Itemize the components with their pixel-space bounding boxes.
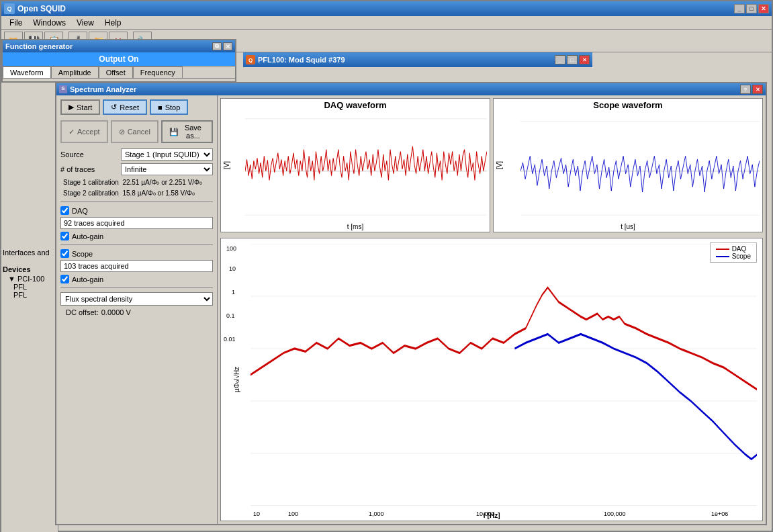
reset-button[interactable]: ↺ Reset [103,99,147,115]
func-gen-controls: ⧉ ✕ [212,42,232,50]
scope-label: Scope [72,250,93,258]
tab-waveform[interactable]: Waveform [3,66,51,78]
app-icon: Q [4,3,15,14]
scope-xlabel: t [us] [494,223,762,230]
func-gen-restore[interactable]: ⧉ [212,42,222,50]
scope-waveform-svg: 0.02 0.01 0 -0.01 -0.02 -0.04 0 0.2 0.4 [520,114,760,218]
scope-waveform-chart: Scope waveform [V] t [us] 0.02 0.01 0 -0… [493,98,763,232]
y-label-001: 0.01 [224,336,236,343]
x-label-10k: 10,000 [476,511,495,517]
spectral-type-select[interactable]: Flux spectral density [60,292,213,306]
save-as-button[interactable]: 💾 Save as... [161,120,213,143]
scope-trace-count: 103 traces acquired [60,260,213,272]
start-stop-row: ▶ Start ↺ Reset ■ Stop [60,99,213,115]
spectrum-title-icon: S [59,85,67,93]
stop-button[interactable]: ■ Stop [150,99,188,115]
scope-checkbox-row: Scope [60,249,213,258]
func-gen-title-text: Function generator [5,42,73,50]
tab-frequency[interactable]: Frequency [133,66,183,78]
func-gen-close[interactable]: ✕ [223,42,232,50]
spectrum-right-panel: DAQ waveform [V] t [ms] 0.008 0.006 0.00… [218,95,766,524]
x-label-1k: 1,000 [369,511,384,517]
daq-trace-count: 92 traces acquired [60,217,213,229]
maximize-button[interactable]: □ [746,4,757,13]
scope-chart-title: Scope waveform [494,99,762,112]
dc-offset-row: DC offset: 0.0000 V [60,308,213,316]
func-gen-titlebar: Function generator ⧉ ✕ [3,40,235,52]
main-window: Q Open SQUID _ □ ✕ File Windows View Hel… [0,0,773,532]
source-row: Source Stage 1 (Input SQUID) [60,148,213,161]
spectral-ylabel: µΦ₀/√Hz [233,367,240,392]
stage2-calib: Stage 2 calibration 15.8 µA/Φ₀ or 1.58 V… [60,189,213,197]
accept-icon: ✓ [69,128,75,136]
title-bar: Q Open SQUID _ □ ✕ [1,1,772,16]
menu-file[interactable]: File [4,17,28,29]
dc-offset-label: DC offset: [66,308,99,316]
source-select[interactable]: Stage 1 (Input SQUID) [121,148,213,161]
pfl-minimize[interactable]: _ [555,55,565,64]
y-label-10: 10 [229,265,236,272]
minimize-button[interactable]: _ [734,4,745,13]
x-label-100: 100 [288,511,298,517]
pfl-controls: _ □ ✕ [555,55,590,64]
devices-label: Devices [3,265,56,273]
traces-select[interactable]: Infinite [121,163,213,175]
pfl-title: PFL100: Mod Squid #379 [258,56,345,64]
spectrum-close[interactable]: ✕ [752,85,763,94]
func-gen-tabs: Waveform Amplitude Offset Frequency [3,66,235,79]
reset-icon: ↺ [111,103,117,112]
daq-autogain-checkbox[interactable] [60,232,69,240]
device-pfl2[interactable]: PFL [3,291,56,299]
daq-checkbox[interactable] [60,206,69,215]
device-pci[interactable]: ▼ PCI-100 [3,275,56,283]
devices-section: Devices ▼ PCI-100 PFL PFL [1,264,57,300]
start-icon: ▶ [69,103,74,112]
traces-label: # of traces [60,165,121,173]
scope-autogain-checkbox[interactable] [60,275,69,283]
accept-button[interactable]: ✓ Accept [60,120,108,143]
cancel-icon: ⊘ [119,128,125,136]
interfaces-label: Interfaces and [1,247,51,258]
pfl-window-titlebar: Q PFL100: Mod Squid #379 _ □ ✕ [243,52,592,67]
daq-xlabel: t [ms] [221,223,490,230]
start-button[interactable]: ▶ Start [60,99,100,115]
daq-waveform-chart: DAQ waveform [V] t [ms] 0.008 0.006 0.00… [220,98,490,232]
menu-view[interactable]: View [71,17,99,29]
x-label-10: 10 [253,511,260,517]
title-bar-controls: _ □ ✕ [734,4,769,13]
close-button[interactable]: ✕ [758,4,769,13]
daq-label: DAQ [72,207,88,215]
scope-checkbox[interactable] [60,249,69,258]
stage1-calib: Stage 1 calibration 22.51 µA/Φ₀ or 2.251… [60,178,213,187]
spectral-chart: µΦ₀/√Hz f [Hz] DAQ Scope [220,238,763,521]
scope-autogain-row: Auto-gain [60,275,213,283]
daq-checkbox-row: DAQ [60,206,213,215]
menu-help[interactable]: Help [99,17,127,29]
waveform-row: DAQ waveform [V] t [ms] 0.008 0.006 0.00… [220,98,763,232]
function-generator-window: Function generator ⧉ ✕ Output On Wavefor… [1,39,236,83]
sidebar: Interfaces and Devices ▼ PCI-100 PFL PFL [1,39,58,532]
scope-ylabel: [V] [496,161,503,169]
daq-waveform-svg: 0.008 0.006 0.002 0 -0.002 -0.006 -0.008 [245,114,487,218]
menu-windows[interactable]: Windows [28,17,71,29]
y-label-01: 0.1 [226,312,235,319]
pfl-close[interactable]: ✕ [579,55,590,64]
traces-row: # of traces Infinite [60,163,213,175]
cancel-button[interactable]: ⊘ Cancel [111,120,158,143]
pfl-maximize[interactable]: □ [567,55,578,64]
x-label-1m: 1e+06 [711,511,728,517]
spectrum-body: ▶ Start ↺ Reset ■ Stop ✓ [56,95,766,524]
spectrum-help[interactable]: ? [740,85,751,94]
spectrum-title-bar: S Spectrum Analyzer ? ✕ [56,83,766,95]
menu-bar: File Windows View Help [1,16,772,30]
output-on-bar: Output On [3,52,235,66]
daq-autogain-label: Auto-gain [72,232,103,240]
daq-ylabel: [V] [223,161,230,169]
tab-offset[interactable]: Offset [99,66,133,78]
stop-icon: ■ [158,103,163,112]
tab-amplitude[interactable]: Amplitude [51,66,99,78]
device-pfl1[interactable]: PFL [3,283,56,291]
spectrum-left-panel: ▶ Start ↺ Reset ■ Stop ✓ [56,95,218,524]
source-label: Source [60,150,121,159]
y-label-100: 100 [226,245,236,252]
